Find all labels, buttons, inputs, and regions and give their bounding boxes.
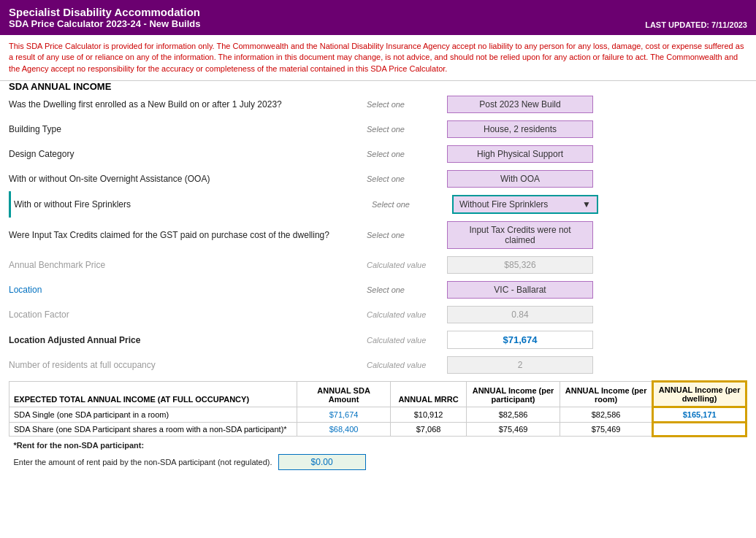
q1-label: Was the Dwelling first enrolled as a New…	[9, 99, 367, 109]
location-adjusted-row: Location Adjusted Annual Price Calculate…	[9, 327, 747, 353]
rent-note1: *Rent for the non-SDA participant:	[14, 441, 145, 450]
q1-row: Was the Dwelling first enrolled as a New…	[9, 92, 747, 117]
row1-per-room: $82,586	[560, 407, 653, 423]
q5-value-col: Without Fire Sprinklers ▼	[452, 195, 747, 214]
benchmark-value: $85,326	[447, 256, 593, 274]
q6-row: Were Input Tax Credits claimed for the G…	[9, 218, 747, 253]
location-select-label: Select one	[367, 285, 447, 294]
row1-mrrc: $10,912	[390, 407, 466, 423]
q6-dropdown[interactable]: Input Tax Credits were not claimed	[447, 221, 593, 249]
row2-mrrc: $7,068	[390, 423, 466, 437]
page-container: Specialist Disability Accommodation SDA …	[0, 0, 756, 480]
benchmark-calc-label: Calculated value	[367, 261, 447, 269]
num-residents-value-col: 2	[447, 356, 747, 374]
location-factor-row: Location Factor Calculated value 0.84	[9, 302, 747, 327]
income-table-section: EXPECTED TOTAL ANNUAL INCOME (AT FULL OC…	[0, 377, 756, 480]
row2-sda: $68,400	[297, 423, 391, 437]
row1-per-dwelling: $165,171	[653, 407, 747, 423]
col-header-description: EXPECTED TOTAL ANNUAL INCOME (AT FULL OC…	[9, 382, 297, 407]
benchmark-row: Annual Benchmark Price Calculated value …	[9, 253, 747, 277]
q2-dropdown[interactable]: House, 2 residents	[447, 120, 593, 138]
q2-label: Building Type	[9, 124, 367, 134]
q1-value-col: Post 2023 New Build	[447, 96, 747, 113]
title-line2: SDA Price Calculator 2023-24 - New Build…	[9, 18, 201, 29]
benchmark-value-col: $85,326	[447, 256, 747, 274]
table-row-rent-notes: *Rent for the non-SDA participant: Enter…	[9, 437, 747, 474]
table-row-single: SDA Single (one SDA participant in a roo…	[9, 407, 747, 423]
location-factor-calc-label: Calculated value	[367, 310, 447, 319]
row1-sda: $71,674	[297, 407, 391, 423]
benchmark-label: Annual Benchmark Price	[9, 260, 367, 270]
num-residents-label: Number of residents at full occupancy	[9, 360, 367, 370]
num-residents-value: 2	[447, 356, 593, 374]
row2-per-participant: $75,469	[467, 423, 560, 437]
location-factor-value: 0.84	[447, 306, 593, 323]
location-factor-label: Location Factor	[9, 310, 367, 320]
row2-per-dwelling	[653, 423, 747, 437]
rent-note-row2: Enter the amount of rent paid by the non…	[14, 452, 742, 472]
num-residents-calc-label: Calculated value	[367, 361, 447, 369]
last-updated: LAST UPDATED: 7/11/2023	[645, 20, 747, 29]
rent-note-row1: *Rent for the non-SDA participant:	[14, 439, 742, 452]
location-label: Location	[9, 285, 367, 295]
row1-label: SDA Single (one SDA participant in a roo…	[9, 407, 297, 423]
q2-select-label: Select one	[367, 125, 447, 134]
location-adjusted-calc-label: Calculated value	[367, 336, 447, 345]
section-title: SDA ANNUAL INCOME	[0, 81, 756, 92]
q3-value-col: High Physical Support	[447, 145, 747, 163]
row1-per-participant: $82,586	[467, 407, 560, 423]
q4-select-label: Select one	[367, 174, 447, 183]
q4-value-col: With OOA	[447, 170, 747, 188]
income-table: EXPECTED TOTAL ANNUAL INCOME (AT FULL OC…	[9, 380, 747, 474]
rent-note2: Enter the amount of rent paid by the non…	[14, 458, 272, 466]
q5-row: With or without Fire Sprinklers Select o…	[9, 191, 747, 218]
q3-row: Design Category Select one High Physical…	[9, 142, 747, 166]
q3-label: Design Category	[9, 149, 367, 159]
dropdown-arrow-icon: ▼	[582, 199, 591, 210]
col-header-sda: ANNUAL SDA Amount	[297, 382, 391, 407]
q6-select-label: Select one	[367, 231, 447, 239]
col-header-mrrc: ANNUAL MRRC	[390, 382, 466, 407]
num-residents-row: Number of residents at full occupancy Ca…	[9, 353, 747, 377]
q2-row: Building Type Select one House, 2 reside…	[9, 117, 747, 142]
disclaimer-text: This SDA Price Calculator is provided fo…	[0, 35, 756, 81]
q4-row: With or without On-site Overnight Assist…	[9, 166, 747, 191]
q5-dropdown[interactable]: Without Fire Sprinklers ▼	[452, 195, 598, 214]
q2-value-col: House, 2 residents	[447, 120, 747, 138]
q6-value-col: Input Tax Credits were not claimed	[447, 221, 747, 249]
location-factor-value-col: 0.84	[447, 306, 747, 323]
table-row-share: SDA Share (one SDA Participant shares a …	[9, 423, 747, 437]
q6-label: Were Input Tax Credits claimed for the G…	[9, 230, 367, 240]
q4-label: With or without On-site Overnight Assist…	[9, 174, 367, 184]
header: Specialist Disability Accommodation SDA …	[0, 0, 756, 35]
col-header-per-dwelling: ANNUAL Income (per dwelling)	[653, 382, 747, 407]
form-area: Was the Dwelling first enrolled as a New…	[0, 92, 756, 377]
q5-label: With or without Fire Sprinklers	[14, 199, 372, 210]
q1-dropdown[interactable]: Post 2023 New Build	[447, 96, 593, 113]
q4-dropdown[interactable]: With OOA	[447, 170, 593, 188]
rent-input[interactable]	[278, 454, 366, 470]
q1-select-label: Select one	[367, 100, 447, 109]
title-line1: Specialist Disability Accommodation	[9, 6, 201, 18]
location-row: Location Select one VIC - Ballarat	[9, 277, 747, 302]
q5-value: Without Fire Sprinklers	[459, 199, 548, 210]
row2-per-room: $75,469	[560, 423, 653, 437]
location-adjusted-value-col: $71,674	[447, 331, 747, 349]
q3-select-label: Select one	[367, 150, 447, 158]
col-header-per-room: ANNUAL Income (per room)	[560, 382, 653, 407]
col-header-per-participant: ANNUAL Income (per participant)	[467, 382, 560, 407]
location-dropdown[interactable]: VIC - Ballarat	[447, 281, 593, 299]
row2-label: SDA Share (one SDA Participant shares a …	[9, 423, 297, 437]
q5-select-label: Select one	[372, 200, 452, 209]
location-value-col: VIC - Ballarat	[447, 281, 747, 299]
location-adjusted-value: $71,674	[447, 331, 593, 349]
location-adjusted-label: Location Adjusted Annual Price	[9, 335, 367, 345]
q3-dropdown[interactable]: High Physical Support	[447, 145, 593, 163]
